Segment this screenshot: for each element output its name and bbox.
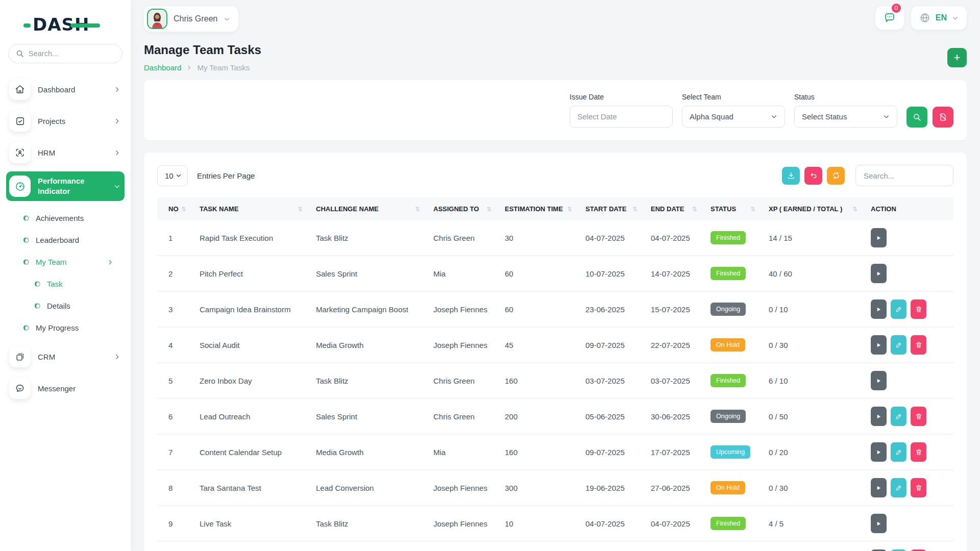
edit-button[interactable] (891, 335, 906, 355)
column-header-challenge-name[interactable]: CHALLENGE NAME⇅ (311, 197, 428, 220)
team-group: Select Team Alpha Squad (682, 93, 785, 128)
language-code: EN (936, 13, 947, 22)
sidebar-item-dashboard[interactable]: Dashboard (6, 77, 125, 102)
column-header-task-name[interactable]: TASK NAME⇅ (194, 197, 311, 220)
xp-cell: 0 / 30 (764, 470, 866, 506)
refresh-button[interactable] (827, 167, 845, 185)
tasks-table-card: 10 Entries Per Page (144, 153, 967, 551)
add-task-button[interactable]: + (947, 48, 967, 67)
breadcrumb-dashboard-link[interactable]: Dashboard (144, 63, 181, 72)
assigned-to: Joseph Fiennes (428, 470, 500, 506)
column-header-assigned-to[interactable]: ASSIGNED TO⇅ (428, 197, 500, 220)
challenge-name: Task Blitz (311, 220, 428, 256)
edit-button[interactable] (891, 299, 906, 319)
status-badge: Finished (710, 374, 746, 387)
play-button[interactable] (871, 335, 887, 355)
delete-button[interactable] (911, 335, 926, 355)
table-body: 1Rapid Task ExecutionTask BlitzChris Gre… (157, 220, 953, 551)
sidebar-search[interactable] (8, 44, 122, 63)
task-name: Zero Inbox Day (194, 363, 311, 398)
sidebar-item-hrm[interactable]: HRM (6, 140, 125, 165)
column-header-start-date[interactable]: START DATE⇅ (580, 197, 646, 220)
pencil-icon (895, 484, 902, 491)
delete-button[interactable] (911, 299, 926, 319)
message-bubble-icon (9, 378, 31, 399)
sidebar-item-crm[interactable]: CRM (6, 344, 125, 369)
play-button[interactable] (871, 478, 887, 497)
chevron-down-icon (771, 113, 777, 120)
action-cell (866, 434, 953, 470)
sidebar-item-my-progress[interactable]: My Progress (6, 317, 125, 339)
sidebar-search-input[interactable] (29, 49, 115, 58)
sidebar-item-my-team[interactable]: My Team (6, 251, 125, 273)
chevron-down-icon (176, 172, 182, 179)
sidebar-item-performance-indicator[interactable]: Performance Indicator (6, 171, 125, 201)
start-date: 19-06-2025 (580, 470, 646, 506)
play-button[interactable] (871, 371, 887, 390)
sidebar-item-projects[interactable]: Projects (6, 108, 125, 134)
status-select[interactable]: Select Status (794, 106, 897, 128)
column-header-xp-earned-total[interactable]: XP ( EARNED / TOTAL )⇅ (764, 197, 866, 220)
sidebar-item-label: HRM (38, 148, 55, 157)
column-header-estimation-time[interactable]: ESTIMATION TIME⇅ (500, 197, 580, 220)
sort-icon: ⇅ (692, 206, 700, 213)
issue-date-input[interactable] (577, 112, 665, 121)
copy-squares-icon (9, 346, 31, 367)
sidebar-item-label: Projects (38, 117, 65, 126)
play-button[interactable] (871, 228, 887, 247)
sidebar-item-messenger[interactable]: Messenger (6, 375, 125, 401)
play-button[interactable] (871, 407, 887, 426)
end-date: 17-07-2025 (646, 434, 705, 470)
delete-button[interactable] (911, 407, 926, 426)
play-icon (876, 342, 881, 348)
status-cell: Upcoming (705, 434, 764, 470)
undo-button[interactable] (804, 167, 822, 185)
play-button[interactable] (871, 264, 887, 283)
edit-button[interactable] (891, 478, 906, 497)
action-cell (866, 541, 953, 551)
pencil-icon (895, 413, 902, 420)
sidebar-item-achievements[interactable]: Achievements (6, 207, 125, 229)
edit-button[interactable] (891, 442, 906, 462)
sidebar-item-details[interactable]: Details (6, 295, 125, 317)
delete-button[interactable] (911, 442, 926, 462)
user-menu[interactable]: Chris Green (144, 6, 238, 32)
status-cell: On Hold (705, 470, 764, 506)
play-button[interactable] (871, 514, 887, 533)
entries-per-page-select[interactable]: 10 (157, 165, 188, 186)
sidebar-item-label: CRM (38, 353, 55, 361)
table-controls: 10 Entries Per Page (157, 165, 953, 186)
play-button[interactable] (871, 299, 887, 319)
filter-search-button[interactable] (906, 107, 927, 128)
issue-date-field[interactable] (570, 106, 673, 128)
chat-bubble-icon (884, 12, 896, 24)
team-select[interactable]: Alpha Squad (682, 106, 785, 128)
filter-clear-button[interactable] (933, 107, 953, 128)
table-row: 7Content Calendar SetupMedia GrowthMia16… (157, 434, 953, 470)
play-icon (876, 485, 881, 491)
status-cell: On Hold (705, 327, 764, 363)
export-button[interactable] (782, 167, 800, 185)
trash-icon (915, 306, 922, 313)
notifications-button[interactable]: 0 (875, 6, 904, 30)
sidebar-item-leaderboard[interactable]: Leaderboard (6, 229, 125, 251)
row-no: 6 (157, 398, 194, 434)
app-logo[interactable]: DASH (0, 0, 131, 37)
sidebar-item-label: Achievements (36, 214, 84, 222)
edit-button[interactable] (891, 407, 906, 426)
sort-icon: ⇅ (415, 206, 423, 213)
refresh-icon (832, 171, 840, 180)
challenge-name: Marketing Campaign Boost (311, 291, 428, 327)
breadcrumb-current: My Team Tasks (197, 63, 250, 72)
delete-button[interactable] (911, 478, 926, 497)
column-header-action: ACTION (866, 197, 953, 220)
row-no: 8 (157, 470, 194, 506)
table-search-input[interactable] (855, 165, 953, 186)
status-cell: Ongoing (705, 398, 764, 434)
column-header-no[interactable]: NO⇅ (157, 197, 194, 220)
play-button[interactable] (871, 442, 887, 462)
column-header-end-date[interactable]: END DATE⇅ (646, 197, 705, 220)
language-selector[interactable]: EN (911, 6, 967, 30)
sidebar-item-task[interactable]: Task (6, 273, 125, 295)
column-header-status[interactable]: STATUS⇅ (705, 197, 764, 220)
